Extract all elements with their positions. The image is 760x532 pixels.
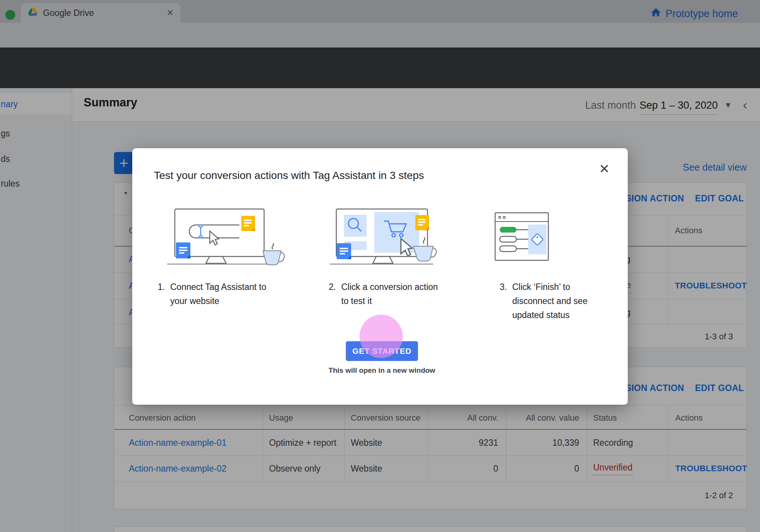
- step1-text: Connect Tag Assistant to your website: [170, 280, 274, 308]
- modal-close-icon[interactable]: ✕: [599, 161, 610, 176]
- step1-illustration: [163, 205, 285, 269]
- step2-illustration: [326, 205, 440, 269]
- step3-text: Click ‘Finish’ to disconnect and see upd…: [512, 280, 590, 322]
- modal-title: Test your conversion actions with Tag As…: [154, 169, 424, 182]
- step1-number: 1.: [158, 280, 170, 308]
- new-window-note: This will open in a new window: [306, 366, 458, 375]
- step3-caption: 3. Click ‘Finish’ to disconnect and see …: [500, 280, 598, 322]
- step1-caption: 1. Connect Tag Assistant to your website: [158, 280, 276, 308]
- step2-text: Click a conversion action to test it: [341, 280, 442, 308]
- step2-caption: 2. Click a conversion action to test it: [329, 280, 446, 308]
- step3-illustration: [492, 211, 553, 266]
- step2-number: 2.: [329, 280, 341, 308]
- tag-assistant-modal: ✕ Test your conversion actions with Tag …: [132, 148, 628, 405]
- step3-number: 3.: [500, 280, 512, 322]
- get-started-button[interactable]: GET STARTED: [346, 341, 418, 361]
